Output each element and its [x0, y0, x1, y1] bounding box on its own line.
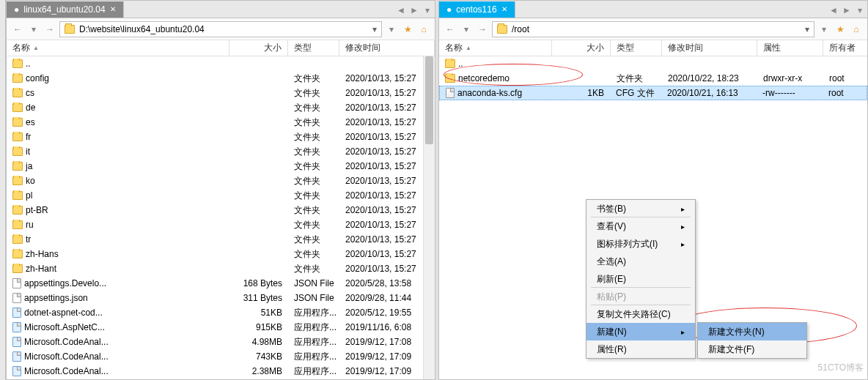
table-row[interactable]: Microsoft.CodeAnal...743KB应用程序...2019/9/…	[7, 349, 435, 364]
cell-date: 2020/10/13, 15:27	[339, 146, 435, 157]
table-row[interactable]: dotnet-aspnet-cod...51KB应用程序...2020/5/12…	[7, 305, 435, 320]
parent-folder-row[interactable]: ..	[439, 56, 867, 71]
col-type[interactable]: 类型	[611, 40, 662, 56]
col-owner[interactable]: 所有者	[823, 40, 867, 56]
nav-dropdown-button[interactable]: ▾	[27, 23, 40, 36]
scrollbar-vertical[interactable]	[423, 56, 435, 379]
tab-linux64[interactable]: ● linux64_ubuntu20.04 ✕	[7, 1, 124, 18]
menu-select-all[interactable]: 全选(A)	[586, 253, 695, 270]
scrollbar-thumb[interactable]	[425, 56, 433, 144]
table-row[interactable]: appsettings.Develo...168 BytesJSON File2…	[7, 276, 435, 291]
table-row[interactable]: tr文件夹2020/10/13, 15:27	[7, 232, 435, 247]
table-row[interactable]: es文件夹2020/10/13, 15:27	[7, 115, 435, 130]
col-name[interactable]: 名称▲	[7, 40, 229, 56]
folder-icon	[445, 74, 455, 83]
col-type[interactable]: 类型	[288, 40, 339, 56]
tab-prev-button[interactable]: ◄	[828, 4, 839, 15]
bookmark-icon[interactable]: ★	[834, 23, 847, 36]
menu-view[interactable]: 查看(V)▸	[586, 217, 695, 235]
tab-centos116[interactable]: ● centos116 ✕	[439, 1, 515, 18]
col-size[interactable]: 大小	[552, 40, 611, 56]
cfg-icon	[446, 88, 455, 98]
cell-size: 2.38MB	[229, 366, 288, 376]
table-row[interactable]: anaconda-ks.cfg1KBCFG 文件2020/10/21, 16:1…	[439, 86, 867, 100]
table-row[interactable]: it文件夹2020/10/13, 15:27	[7, 144, 435, 159]
bookmark-icon[interactable]: ★	[401, 23, 414, 36]
chevron-down-icon[interactable]: ▾	[801, 24, 809, 34]
tab-dropdown-button[interactable]: ▾	[422, 4, 433, 15]
tab-dot-icon: ●	[14, 4, 19, 15]
file-name: pl	[26, 190, 32, 201]
table-row[interactable]: cs文件夹2020/10/13, 15:27	[7, 86, 435, 100]
cell-name: pt-BR	[7, 205, 229, 215]
path-input[interactable]: /root ▾	[492, 21, 814, 37]
menu-refresh[interactable]: 刷新(E)	[586, 270, 695, 288]
context-menu[interactable]: 书签(B)▸ 查看(V)▸ 图标排列方式(I)▸ 全选(A) 刷新(E) 粘贴(…	[586, 199, 696, 359]
cell-type: 文件夹	[288, 116, 339, 129]
menu-bookmarks[interactable]: 书签(B)▸	[586, 200, 695, 217]
table-row[interactable]: fr文件夹2020/10/13, 15:27	[7, 130, 435, 144]
table-row[interactable]: Microsoft.CodeAnal...2.38MB应用程序...2019/9…	[7, 364, 435, 379]
right-toolbar: ← ▾ → /root ▾ ▾ ★ ⌂	[439, 18, 867, 40]
close-icon[interactable]: ✕	[501, 5, 507, 13]
table-row[interactable]: ru文件夹2020/10/13, 15:27	[7, 217, 435, 232]
path-input[interactable]: D:\website\linux64_ubuntu20.04 ▾	[59, 21, 382, 37]
nav-dropdown-button[interactable]: ▾	[460, 23, 473, 36]
file-name: pt-BR	[26, 205, 48, 215]
menu-icon-arrange[interactable]: 图标排列方式(I)▸	[586, 235, 695, 253]
cell-date: 2019/9/12, 17:09	[339, 366, 435, 376]
nav-back-button[interactable]: ←	[444, 23, 457, 36]
table-row[interactable]: ja文件夹2020/10/13, 15:27	[7, 159, 435, 174]
nav-forward-button[interactable]: →	[476, 23, 489, 36]
tab-dropdown-button[interactable]: ▾	[854, 4, 866, 15]
col-name[interactable]: 名称▲	[439, 40, 552, 56]
parent-folder-row[interactable]: ..	[7, 56, 435, 71]
submenu-new-folder[interactable]: 新建文件夹(N)	[698, 323, 806, 340]
path-history-button[interactable]: ▾	[817, 23, 831, 36]
nav-forward-button[interactable]: →	[43, 23, 56, 36]
table-row[interactable]: pt-BR文件夹2020/10/13, 15:27	[7, 203, 435, 217]
cell-name: tr	[7, 234, 229, 245]
chevron-down-icon[interactable]: ▾	[368, 24, 377, 34]
table-row[interactable]: appsettings.json311 BytesJSON File2020/9…	[7, 291, 435, 305]
menu-properties[interactable]: 属性(R)	[586, 340, 695, 358]
right-tabbar: ● centos116 ✕ ◄ ► ▾	[439, 1, 867, 18]
table-row[interactable]: config文件夹2020/10/13, 15:27	[7, 71, 435, 86]
table-row[interactable]: zh-Hant文件夹2020/10/13, 15:27	[7, 261, 435, 276]
menu-new[interactable]: 新建(N)▸	[586, 323, 695, 340]
watermark: 51CTO博客	[818, 362, 864, 374]
path-history-button[interactable]: ▾	[385, 23, 398, 36]
home-icon[interactable]: ⌂	[417, 23, 430, 36]
right-file-list[interactable]: ..netcoredemo文件夹2020/10/22, 18:23drwxr-x…	[439, 56, 867, 379]
col-attr[interactable]: 属性	[757, 40, 823, 56]
table-row[interactable]: Microsoft.CodeAnal...4.98MB应用程序...2019/9…	[7, 335, 435, 349]
nav-back-button[interactable]: ←	[11, 23, 24, 36]
cell-name: Microsoft.CodeAnal...	[7, 337, 229, 347]
table-row[interactable]: netcoredemo文件夹2020/10/22, 18:23drwxr-xr-…	[439, 71, 867, 86]
cell-date: 2020/10/21, 16:13	[661, 88, 757, 98]
table-row[interactable]: pl文件夹2020/10/13, 15:27	[7, 188, 435, 203]
cell-type: 文件夹	[288, 131, 339, 144]
table-row[interactable]: de文件夹2020/10/13, 15:27	[7, 100, 435, 115]
left-file-list[interactable]: ..config文件夹2020/10/13, 15:27cs文件夹2020/10…	[7, 56, 435, 379]
table-row[interactable]: zh-Hans文件夹2020/10/13, 15:27	[7, 247, 435, 261]
submenu-new-file[interactable]: 新建文件(F)	[698, 340, 806, 358]
cell-date: 2019/9/12, 17:09	[339, 351, 435, 362]
cell-date: 2020/10/13, 15:27	[339, 103, 435, 113]
cell-owner: root	[823, 88, 867, 98]
col-date[interactable]: 修改时间	[339, 40, 435, 56]
path-text: /root	[512, 24, 529, 34]
table-row[interactable]: ko文件夹2020/10/13, 15:27	[7, 174, 435, 188]
col-size[interactable]: 大小	[229, 40, 288, 56]
tab-next-button[interactable]: ►	[408, 4, 420, 15]
table-row[interactable]: Microsoft.AspNetC...915KB应用程序...2019/11/…	[7, 320, 435, 335]
close-icon[interactable]: ✕	[110, 5, 116, 13]
col-date[interactable]: 修改时间	[662, 40, 757, 56]
context-submenu-new[interactable]: 新建文件夹(N) 新建文件(F)	[697, 322, 807, 359]
home-icon[interactable]: ⌂	[850, 23, 863, 36]
tab-next-button[interactable]: ►	[841, 4, 853, 15]
cell-name: Microsoft.AspNetC...	[7, 322, 229, 332]
menu-copy-path[interactable]: 复制文件夹路径(C)	[586, 305, 695, 323]
folder-icon	[12, 74, 23, 83]
tab-prev-button[interactable]: ◄	[395, 4, 407, 15]
